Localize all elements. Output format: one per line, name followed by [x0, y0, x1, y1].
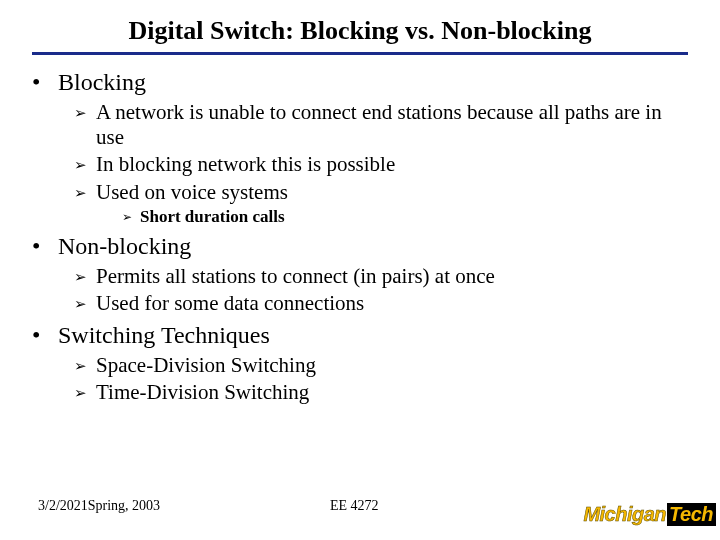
heading-text: Blocking — [58, 69, 146, 96]
logo-part2: Tech — [667, 503, 716, 526]
section-heading-blocking: • Blocking — [32, 69, 688, 96]
footer-course: EE 4272 — [330, 498, 379, 514]
section-heading-nonblocking: • Non-blocking — [32, 233, 688, 260]
slide-title: Digital Switch: Blocking vs. Non-blockin… — [32, 16, 688, 55]
bullet-dot-icon: • — [32, 233, 58, 260]
section-heading-switching: • Switching Techniques — [32, 322, 688, 349]
logo-part1: Michigan — [583, 503, 666, 526]
footer: 3/2/2021Spring, 2003 EE 4272 MichiganTec… — [0, 498, 720, 522]
arrow-icon: ➢ — [74, 353, 96, 378]
item-text: Permits all stations to connect (in pair… — [96, 264, 495, 289]
arrow-icon: ➢ — [74, 291, 96, 316]
arrow-icon: ➢ — [74, 180, 96, 205]
arrow-icon: ➢ — [122, 207, 140, 227]
heading-text: Switching Techniques — [58, 322, 270, 349]
list-item: ➢ In blocking network this is possible — [74, 152, 688, 177]
slide: Digital Switch: Blocking vs. Non-blockin… — [0, 0, 720, 406]
sub-list-item: ➢ Short duration calls — [122, 207, 688, 227]
michigan-tech-logo: MichiganTech — [583, 503, 716, 526]
item-text: In blocking network this is possible — [96, 152, 395, 177]
list-item: ➢ Space-Division Switching — [74, 353, 688, 378]
bullet-dot-icon: • — [32, 69, 58, 96]
bullet-dot-icon: • — [32, 322, 58, 349]
list-item: ➢ Used on voice systems — [74, 180, 688, 205]
item-text: A network is unable to connect end stati… — [96, 100, 688, 150]
arrow-icon: ➢ — [74, 152, 96, 177]
item-text: Space-Division Switching — [96, 353, 316, 378]
sub-item-text: Short duration calls — [140, 207, 285, 227]
list-item: ➢ Time-Division Switching — [74, 380, 688, 405]
footer-date: 3/2/2021Spring, 2003 — [38, 498, 160, 514]
item-text: Used on voice systems — [96, 180, 288, 205]
list-item: ➢ Used for some data connections — [74, 291, 688, 316]
list-item: ➢ Permits all stations to connect (in pa… — [74, 264, 688, 289]
heading-text: Non-blocking — [58, 233, 191, 260]
item-text: Time-Division Switching — [96, 380, 309, 405]
arrow-icon: ➢ — [74, 380, 96, 405]
arrow-icon: ➢ — [74, 100, 96, 150]
list-item: ➢ A network is unable to connect end sta… — [74, 100, 688, 150]
arrow-icon: ➢ — [74, 264, 96, 289]
item-text: Used for some data connections — [96, 291, 364, 316]
